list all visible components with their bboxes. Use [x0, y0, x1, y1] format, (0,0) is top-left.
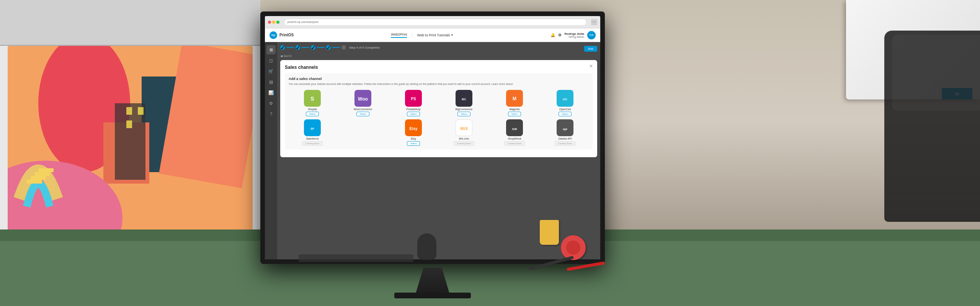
- step-5: [341, 45, 346, 50]
- svg-text:BC: BC: [462, 98, 466, 101]
- hp-logo-icon: hp: [270, 31, 277, 39]
- printer-body: [0, 0, 260, 46]
- sidebar-item-analytics[interactable]: 📊: [266, 88, 276, 97]
- user-role-label: HPing Admin: [565, 36, 584, 38]
- woo-select-btn[interactable]: Select: [356, 112, 370, 116]
- bigcommerce-icon: BC: [458, 93, 470, 104]
- presta-icon: PS: [408, 93, 419, 104]
- woo-logo: Woo: [354, 90, 371, 107]
- sidebar-item-shop[interactable]: 🛒: [266, 67, 276, 76]
- magento-name: Magento: [509, 108, 519, 111]
- svg-text:OC: OC: [563, 98, 567, 101]
- svg-text:Etsy: Etsy: [409, 127, 418, 131]
- browser-dot-yellow[interactable]: [272, 21, 275, 24]
- platform-etsy: Etsy Etsy Select: [390, 119, 437, 146]
- sidebar-item-web2print[interactable]: ◫: [266, 56, 276, 65]
- sidebar-item-settings[interactable]: ⚙: [266, 99, 276, 108]
- user-info: Rodrigo Avila HPing Admin: [565, 32, 584, 38]
- sales-channels-panel: ✕ Sales channels Add a sales channel You…: [280, 60, 597, 157]
- svg-rect-14: [34, 172, 50, 176]
- platform-empty-1: [339, 119, 387, 146]
- sidebar: ⊞ ◫ 🛒 ▤ 📊 ⚙ ?: [265, 42, 277, 259]
- magento-select-btn[interactable]: Select: [508, 112, 521, 116]
- woo-name: WooCommerce: [354, 108, 372, 111]
- url-text: printOS.hp.com/web2print: [287, 21, 318, 23]
- platform-bigcommerce: BC BigCommerce Select: [440, 90, 488, 116]
- nav-center: Web2Print | Web to Print Tutorials ▾: [391, 33, 453, 38]
- app-logo: hp PrintOS: [270, 31, 294, 39]
- platform-shopwired: SW ShopWired Coming Soon: [491, 119, 538, 146]
- svg-text:api: api: [563, 127, 567, 131]
- nav-tutorials[interactable]: Web to Print Tutorials: [417, 33, 450, 37]
- svg-text:PS: PS: [411, 97, 416, 101]
- step-line-1: [286, 47, 294, 48]
- chair-back: [892, 34, 980, 111]
- nav-right: 🔔 ⚙ Rodrigo Avila HPing Admin RA: [550, 31, 596, 39]
- user-name-label: Rodrigo Avila: [565, 32, 584, 36]
- zakeke-icon: api: [559, 122, 571, 133]
- coffee-mug: [540, 220, 559, 245]
- opencart-icon: OC: [559, 93, 571, 104]
- zakeke-coming-btn: Coming Soon: [555, 141, 575, 146]
- presta-name: PrestaShop: [407, 108, 421, 111]
- browser-dot-red[interactable]: [268, 21, 271, 24]
- browser-actions: ⋯: [591, 19, 597, 25]
- notification-icon[interactable]: 🔔: [550, 33, 555, 37]
- step-2: ✓: [296, 45, 300, 50]
- back-button[interactable]: ◀ BACK: [280, 54, 597, 58]
- shopify-logo: S: [304, 90, 321, 107]
- sidebar-item-templates[interactable]: ▤: [266, 77, 276, 86]
- platform-prestashop: PS PrestaShop Select: [390, 90, 437, 116]
- app-topnav: hp PrintOS Web2Print | Web to Print Tuto…: [265, 28, 600, 42]
- browser-chrome: printOS.hp.com/web2print ⋯: [265, 16, 600, 28]
- etsy-select-btn[interactable]: Select: [407, 141, 420, 146]
- wix-name: Wix.com: [459, 137, 469, 140]
- back-label: BACK: [284, 54, 292, 58]
- woo-icon: Woo: [354, 90, 371, 107]
- salesforce-coming-btn: Coming Soon: [302, 141, 323, 146]
- browser-dots: [268, 21, 279, 24]
- shopwired-coming-btn: Coming Soon: [504, 141, 525, 146]
- step-line-2: [302, 47, 309, 48]
- browser-url-bar[interactable]: printOS.hp.com/web2print: [284, 19, 586, 26]
- shopwired-name: ShopWired: [508, 137, 521, 140]
- bigcommerce-select-btn[interactable]: Select: [457, 112, 471, 116]
- bigcommerce-name: BigCommerce: [456, 108, 472, 111]
- add-channel-desc: You can associate your Zakeke account wi…: [289, 82, 589, 86]
- platform-magento: M Magento Select: [491, 90, 538, 116]
- svg-text:M: M: [513, 96, 516, 101]
- svg-text:SF: SF: [310, 127, 314, 130]
- shopify-select-btn[interactable]: Select: [306, 112, 319, 116]
- add-channel-title: Add a sales channel: [289, 77, 589, 81]
- panel-close-btn[interactable]: ✕: [588, 63, 594, 69]
- sidebar-item-help[interactable]: ?: [266, 109, 276, 119]
- platform-grid-row2: SF Salesforce Coming Soon: [289, 119, 589, 146]
- nav-web2print[interactable]: Web2Print: [391, 33, 407, 38]
- opencart-select-btn[interactable]: Select: [559, 112, 572, 116]
- shopify-name: Shopify: [308, 108, 317, 111]
- panel-title: Sales channels: [285, 65, 593, 70]
- platform-opencart: OC OpenCart Select: [541, 90, 589, 116]
- svg-text:S: S: [310, 96, 314, 102]
- salesforce-icon: SF: [307, 122, 318, 133]
- sidebar-item-grid[interactable]: ⊞: [266, 45, 276, 54]
- step-1: ✓: [280, 45, 285, 50]
- presta-select-btn[interactable]: Select: [407, 112, 420, 116]
- wix-coming-btn: Coming Soon: [454, 141, 474, 146]
- bigcommerce-logo: BC: [456, 90, 472, 107]
- add-channel-btn[interactable]: Add: [584, 46, 597, 52]
- nav-menu-chevron[interactable]: ▾: [451, 33, 453, 37]
- monitor-base: [394, 293, 471, 298]
- svg-rect-10: [126, 120, 132, 128]
- browser-settings-btn[interactable]: ⋯: [591, 19, 597, 25]
- zakeke-logo: api: [557, 119, 573, 136]
- step-4: ✓: [326, 45, 331, 50]
- opencart-logo: OC: [557, 90, 573, 107]
- platform-zakeke: api Zakeke API Coming Soon: [541, 119, 589, 146]
- printer-roll-area: [8, 46, 253, 237]
- user-avatar[interactable]: RA: [587, 31, 596, 39]
- settings-nav-icon[interactable]: ⚙: [558, 33, 562, 37]
- browser-dot-green[interactable]: [276, 21, 279, 24]
- app-name-label: PrintOS: [279, 33, 294, 37]
- svg-rect-11: [138, 107, 144, 115]
